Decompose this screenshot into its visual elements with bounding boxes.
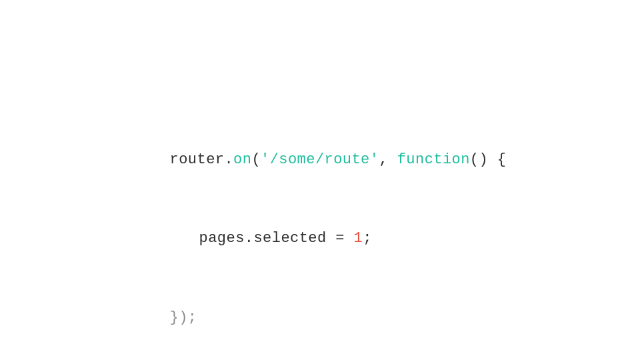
token-space2 <box>488 151 497 168</box>
code-line-2: pages.selected = 1; <box>133 199 506 279</box>
token-dot2: . <box>245 230 254 247</box>
code-line-1: router.on('/some/route', function() { <box>133 120 506 199</box>
token-space4 <box>345 230 354 247</box>
token-router: router <box>170 151 225 168</box>
code-block: router.on('/some/route', function() { pa… <box>133 120 506 357</box>
token-paren-args: () <box>470 151 488 168</box>
token-function: function <box>397 151 470 168</box>
token-semi: ; <box>363 230 372 247</box>
token-space3 <box>327 230 336 247</box>
token-close: }); <box>170 309 197 326</box>
token-eq: = <box>335 230 345 247</box>
token-selected: selected <box>253 230 326 247</box>
token-comma: , <box>379 151 388 168</box>
token-on: on <box>233 151 251 168</box>
code-line-3: }); <box>133 279 506 358</box>
token-value: 1 <box>354 230 363 247</box>
token-space <box>388 151 397 168</box>
token-route-string: '/some/route' <box>261 151 379 168</box>
token-paren-open: ( <box>251 151 261 168</box>
token-pages: pages <box>199 230 245 247</box>
token-brace-open: { <box>497 151 507 168</box>
token-dot1: . <box>224 151 233 168</box>
